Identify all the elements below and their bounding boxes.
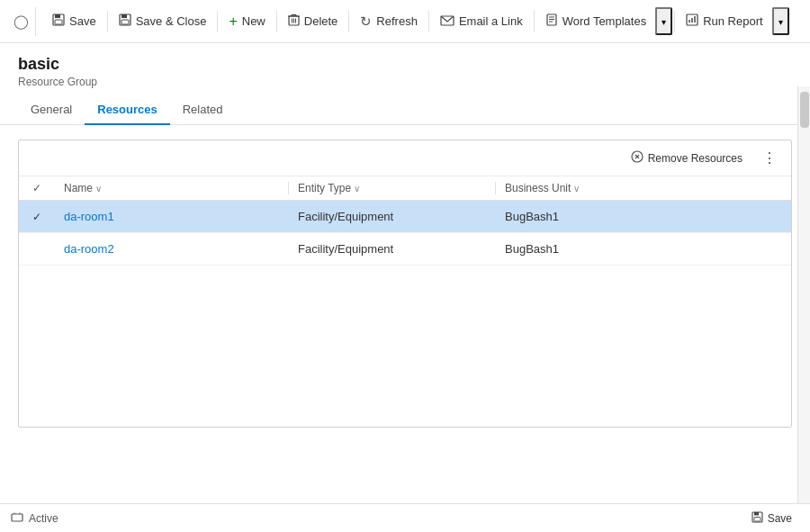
page-title: basic — [18, 54, 792, 75]
save-icon — [52, 14, 65, 29]
row1-name: da-room1 — [55, 210, 289, 223]
new-button[interactable]: + New — [220, 8, 274, 35]
refresh-label: Refresh — [376, 14, 418, 28]
email-link-label: Email a Link — [459, 14, 523, 28]
header-check-icon: ✓ — [32, 182, 41, 194]
header-name-col[interactable]: Name ∨ — [55, 182, 289, 194]
tabs: General Resources Related — [0, 95, 810, 125]
row1-check-icon: ✓ — [32, 211, 41, 223]
header-type-col[interactable]: Entity Type ∨ — [289, 182, 496, 194]
run-report-label: Run Report — [703, 14, 762, 28]
outer-scroll-thumb[interactable] — [800, 92, 809, 128]
row1-unit: BugBash1 — [496, 210, 791, 223]
remove-resources-icon — [631, 150, 644, 166]
run-report-group: Run Report ▾ — [677, 7, 788, 35]
refresh-button[interactable]: ↻ Refresh — [351, 8, 427, 35]
status-save-icon — [752, 511, 763, 526]
outer-scrollbar[interactable] — [797, 86, 810, 503]
divider-2 — [217, 11, 218, 32]
main-toolbar: ◯ Save Save & Close + New — [0, 0, 810, 43]
svg-rect-5 — [122, 20, 129, 24]
save-close-label: Save & Close — [136, 14, 207, 28]
page-subtitle: Resource Group — [18, 76, 792, 88]
grid-header: ✓ Name ∨ Entity Type ∨ Business Unit ∨ — [19, 176, 791, 201]
divider-3 — [276, 11, 277, 32]
status-label: Active — [29, 512, 58, 525]
email-link-icon — [440, 14, 454, 29]
word-templates-button[interactable]: Word Templates — [536, 8, 655, 34]
table-row[interactable]: da-room2 Facility/Equipment BugBash1 — [19, 233, 791, 266]
save-label: Save — [69, 14, 96, 28]
save-button[interactable]: Save — [43, 8, 105, 34]
header-unit-col[interactable]: Business Unit ∨ — [496, 182, 791, 194]
word-templates-arrow-icon: ▾ — [662, 17, 666, 27]
delete-button[interactable]: Delete — [279, 8, 347, 34]
word-templates-icon — [545, 14, 558, 29]
grid-more-button[interactable]: ⋮ — [757, 146, 782, 170]
run-report-arrow-icon: ▾ — [778, 17, 783, 27]
svg-rect-2 — [55, 20, 62, 24]
divider-7 — [674, 11, 675, 32]
header-check-col: ✓ — [19, 182, 55, 194]
grid-toolbar: Remove Resources ⋮ — [19, 140, 791, 176]
row2-name-link[interactable]: da-room2 — [64, 242, 114, 256]
status-icon — [11, 512, 23, 525]
status-left: Active — [11, 512, 58, 525]
row1-type: Facility/Equipment — [289, 210, 496, 223]
page-content: basic Resource Group General Resources R… — [0, 43, 810, 532]
tab-general[interactable]: General — [18, 95, 85, 125]
row1-name-link[interactable]: da-room1 — [64, 210, 114, 223]
row2-unit: BugBash1 — [496, 242, 791, 256]
divider-5 — [428, 11, 429, 32]
delete-label: Delete — [304, 14, 338, 28]
svg-rect-28 — [754, 512, 759, 516]
new-icon: + — [229, 14, 237, 30]
tab-resources[interactable]: Resources — [85, 95, 169, 125]
word-templates-dropdown[interactable]: ▾ — [655, 7, 672, 35]
header-name-sort[interactable]: ∨ — [95, 184, 102, 194]
header-unit-sort[interactable]: ∨ — [573, 184, 580, 194]
delete-icon — [288, 14, 300, 29]
status-save-button[interactable]: Save — [744, 509, 799, 528]
header-type-label: Entity Type — [298, 182, 351, 194]
svg-rect-29 — [754, 517, 760, 521]
grid-more-icon: ⋮ — [762, 150, 777, 166]
remove-resources-label: Remove Resources — [648, 152, 742, 165]
status-save-label: Save — [768, 512, 792, 525]
divider-6 — [534, 11, 535, 32]
remove-resources-button[interactable]: Remove Resources — [624, 147, 750, 169]
back-button[interactable]: ◯ — [7, 7, 36, 36]
page-header: basic Resource Group — [0, 43, 810, 88]
word-templates-group: Word Templates ▾ — [536, 7, 672, 35]
word-templates-label: Word Templates — [562, 14, 646, 28]
row2-name: da-room2 — [55, 242, 289, 256]
divider-4 — [348, 11, 349, 32]
save-close-icon — [119, 14, 131, 29]
resources-grid: Remove Resources ⋮ ✓ Name ∨ Entity Type … — [18, 140, 792, 428]
header-type-sort[interactable]: ∨ — [354, 184, 360, 194]
table-row[interactable]: ✓ da-room1 Facility/Equipment BugBash1 — [19, 201, 791, 233]
grid-body: ✓ da-room1 Facility/Equipment BugBash1 d… — [19, 201, 791, 427]
run-report-button[interactable]: Run Report — [677, 8, 771, 34]
header-name-label: Name — [64, 182, 93, 194]
email-link-button[interactable]: Email a Link — [431, 9, 532, 34]
run-report-dropdown[interactable]: ▾ — [772, 7, 789, 35]
run-report-icon — [686, 14, 698, 29]
row1-check[interactable]: ✓ — [19, 211, 55, 223]
status-right: Save — [744, 509, 799, 528]
svg-rect-4 — [122, 14, 127, 18]
refresh-icon: ↻ — [360, 14, 372, 30]
status-bar: Active Save — [0, 503, 810, 532]
new-label: New — [242, 14, 266, 28]
tab-related[interactable]: Related — [170, 95, 236, 125]
main-area: Remove Resources ⋮ ✓ Name ∨ Entity Type … — [0, 125, 810, 503]
save-close-button[interactable]: Save & Close — [110, 8, 216, 34]
divider-1 — [107, 11, 108, 32]
back-icon: ◯ — [14, 14, 29, 30]
row2-type: Facility/Equipment — [289, 242, 496, 256]
svg-rect-24 — [12, 514, 22, 521]
svg-rect-1 — [55, 14, 60, 18]
header-unit-label: Business Unit — [505, 182, 571, 194]
